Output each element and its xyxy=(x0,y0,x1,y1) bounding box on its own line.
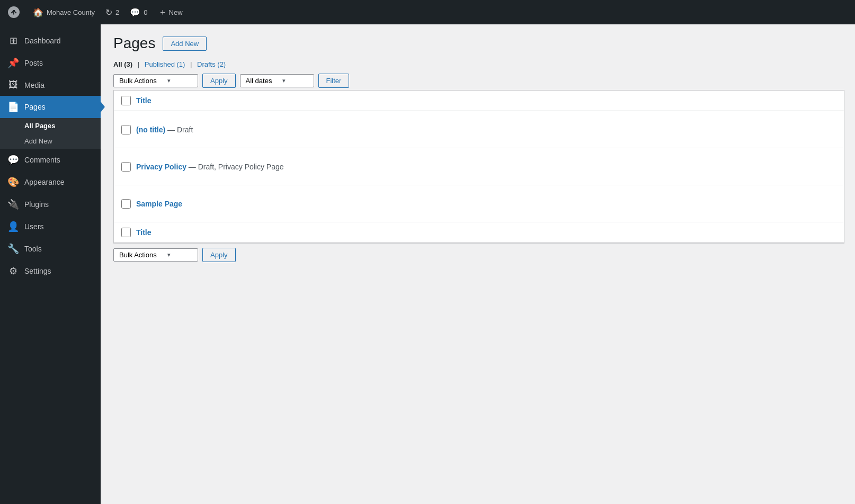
posts-icon: 📌 xyxy=(7,57,19,69)
row-meta-2: — Draft, Privacy Policy Page xyxy=(189,163,284,171)
sidebar-item-tools[interactable]: 🔧 Tools xyxy=(0,238,101,260)
select-all-checkbox[interactable] xyxy=(121,96,131,105)
add-new-button[interactable]: Add New xyxy=(163,37,207,51)
filter-links: All (3) | Published (1) | Drafts (2) xyxy=(113,60,844,68)
settings-icon: ⚙ xyxy=(7,265,19,277)
apply-button-top[interactable]: Apply xyxy=(202,74,236,88)
select-all-bottom-checkbox[interactable] xyxy=(121,228,131,237)
apply-button-bottom[interactable]: Apply xyxy=(202,248,236,262)
adminbar-comments[interactable]: 💬 0 xyxy=(130,7,147,17)
dates-dropdown[interactable]: All dates ▾ xyxy=(240,74,314,87)
title-column-footer[interactable]: Title xyxy=(136,228,152,237)
row-meta-1: — Draft xyxy=(167,125,193,134)
row-title-3[interactable]: Sample Page xyxy=(136,200,182,208)
main-content: Pages Add New All (3) | Published (1) | … xyxy=(101,24,855,504)
filter-button[interactable]: Filter xyxy=(318,74,350,88)
row-checkbox-2[interactable] xyxy=(121,162,131,172)
filter-published[interactable]: Published (1) xyxy=(145,60,185,68)
appearance-icon: 🎨 xyxy=(7,176,19,188)
media-icon: 🖼 xyxy=(7,79,19,91)
filter-all[interactable]: All (3) xyxy=(113,60,132,68)
sidebar-item-pages[interactable]: 📄 Pages xyxy=(0,96,101,118)
table-row: (no title) — Draft xyxy=(114,111,844,148)
updates-icon: ↻ xyxy=(105,7,112,17)
bulk-actions-dropdown-bottom[interactable]: Bulk Actions ▾ xyxy=(113,248,198,262)
bottom-tablenav: Bulk Actions ▾ Apply xyxy=(113,248,844,262)
row-title-1[interactable]: (no title) xyxy=(136,125,165,134)
adminbar-site[interactable]: 🏠 Mohave County xyxy=(33,7,95,17)
row-checkbox-1[interactable] xyxy=(121,125,131,134)
page-title: Pages xyxy=(113,35,155,52)
sidebar: ⊞ Dashboard 📌 Posts 🖼 Media 📄 Pages All … xyxy=(0,24,101,504)
tools-icon: 🔧 xyxy=(7,243,19,255)
comments-menu-icon: 💬 xyxy=(7,154,19,166)
row-content-3: Sample Page xyxy=(136,200,182,208)
pages-table: Title (no title) — Draft Privacy Policy … xyxy=(113,90,844,244)
sidebar-item-users[interactable]: 👤 Users xyxy=(0,215,101,238)
plugins-icon: 🔌 xyxy=(7,199,19,210)
dropdown-arrow-bottom-icon: ▾ xyxy=(167,251,171,258)
sidebar-item-media[interactable]: 🖼 Media xyxy=(0,74,101,96)
sidebar-item-dashboard[interactable]: ⊞ Dashboard xyxy=(0,30,101,52)
row-title-2[interactable]: Privacy Policy xyxy=(136,163,186,171)
plus-icon: ＋ xyxy=(158,7,167,18)
table-row: Sample Page xyxy=(114,185,844,222)
page-header: Pages Add New xyxy=(113,35,844,52)
sidebar-item-add-new[interactable]: Add New xyxy=(0,133,101,149)
sidebar-item-posts[interactable]: 📌 Posts xyxy=(0,52,101,74)
adminbar-new[interactable]: ＋ New xyxy=(158,7,183,18)
table-row: Privacy Policy — Draft, Privacy Policy P… xyxy=(114,148,844,185)
adminbar-updates[interactable]: ↻ 2 xyxy=(105,7,119,17)
row-content-1: (no title) — Draft xyxy=(136,125,193,134)
dashboard-icon: ⊞ xyxy=(7,35,19,47)
title-column-header[interactable]: Title xyxy=(136,96,152,105)
sidebar-item-comments[interactable]: 💬 Comments xyxy=(0,149,101,171)
pages-submenu: All Pages Add New xyxy=(0,118,101,149)
sidebar-item-appearance[interactable]: 🎨 Appearance xyxy=(0,171,101,193)
filter-drafts[interactable]: Drafts (2) xyxy=(197,60,226,68)
sidebar-item-all-pages[interactable]: All Pages xyxy=(0,118,101,133)
dates-dropdown-arrow-icon: ▾ xyxy=(282,77,286,84)
pages-icon: 📄 xyxy=(7,101,19,113)
sidebar-item-settings[interactable]: ⚙ Settings xyxy=(0,260,101,282)
row-checkbox-3[interactable] xyxy=(121,199,131,209)
table-header-row: Title xyxy=(114,91,844,111)
top-tablenav: Bulk Actions ▾ Apply All dates ▾ Filter xyxy=(113,74,844,88)
table-footer-row: Title xyxy=(114,222,844,243)
row-content-2: Privacy Policy — Draft, Privacy Policy P… xyxy=(136,163,284,171)
admin-bar: 🏠 Mohave County ↻ 2 💬 0 ＋ New xyxy=(0,0,855,24)
dropdown-arrow-icon: ▾ xyxy=(167,77,171,84)
wp-logo[interactable] xyxy=(5,4,22,21)
sidebar-item-plugins[interactable]: 🔌 Plugins xyxy=(0,193,101,215)
bulk-actions-dropdown[interactable]: Bulk Actions ▾ xyxy=(113,74,198,87)
wp-layout: ⊞ Dashboard 📌 Posts 🖼 Media 📄 Pages All … xyxy=(0,24,855,504)
users-icon: 👤 xyxy=(7,221,19,232)
comments-icon: 💬 xyxy=(130,7,140,17)
home-icon: 🏠 xyxy=(33,7,43,17)
